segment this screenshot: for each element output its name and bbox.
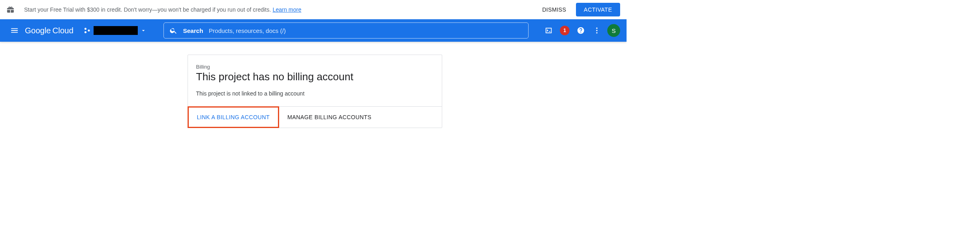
search-input[interactable]: Search Products, resources, docs (/) (163, 22, 529, 39)
svg-point-3 (596, 28, 597, 29)
card-kicker: Billing (196, 64, 434, 70)
logo-cloud-text: Cloud (53, 26, 74, 35)
svg-point-2 (88, 30, 90, 32)
project-name-redacted (94, 26, 138, 35)
promo-text: Start your Free Trial with $300 in credi… (24, 6, 271, 13)
app-header: Google Cloud Search Products, resources,… (0, 19, 627, 42)
terminal-icon (545, 26, 553, 35)
help-button[interactable] (573, 22, 589, 39)
card-actions: LINK A BILLING ACCOUNT MANAGE BILLING AC… (188, 106, 442, 128)
link-billing-account-button[interactable]: LINK A BILLING ACCOUNT (188, 107, 279, 128)
project-picker[interactable] (81, 24, 149, 37)
more-vert-icon (593, 26, 601, 35)
promo-bar: Start your Free Trial with $300 in credi… (0, 0, 627, 19)
more-button[interactable] (589, 22, 605, 39)
chevron-down-icon (140, 27, 147, 34)
billing-card: Billing This project has no billing acco… (188, 55, 442, 128)
google-cloud-logo[interactable]: Google Cloud (25, 26, 74, 35)
search-icon (169, 26, 178, 35)
account-avatar[interactable]: S (607, 24, 620, 37)
svg-point-4 (596, 30, 597, 31)
hamburger-icon (10, 26, 19, 35)
nav-menu-button[interactable] (6, 22, 22, 39)
help-icon (577, 26, 585, 35)
search-label: Search (183, 27, 203, 34)
search-placeholder: Products, resources, docs (/) (209, 27, 286, 34)
project-icon (83, 26, 91, 35)
card-subtitle: This project is not linked to a billing … (196, 90, 434, 97)
learn-more-link[interactable]: Learn more (273, 6, 302, 13)
gift-icon (6, 6, 14, 14)
notification-badge: 1 (560, 26, 570, 35)
page-content: Billing This project has no billing acco… (0, 42, 627, 128)
card-title: This project has no billing account (196, 71, 434, 83)
notifications-button[interactable]: 1 (557, 22, 573, 39)
svg-point-0 (84, 28, 86, 30)
logo-google-text: Google (25, 26, 51, 35)
dismiss-button[interactable]: DISMISS (536, 3, 573, 16)
cloud-shell-button[interactable] (541, 22, 557, 39)
svg-point-1 (84, 31, 86, 33)
activate-button[interactable]: ACTIVATE (576, 3, 620, 16)
svg-point-5 (596, 32, 597, 33)
manage-billing-accounts-button[interactable]: MANAGE BILLING ACCOUNTS (279, 107, 380, 128)
